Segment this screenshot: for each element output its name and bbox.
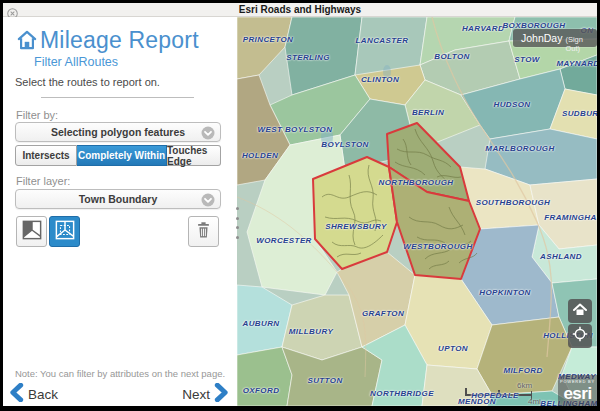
town-label: BOYLSTON <box>321 140 369 149</box>
scale-mi-label: 4mi <box>528 397 541 406</box>
intersects-button[interactable]: Intersects <box>15 145 77 166</box>
locate-button[interactable] <box>568 324 592 348</box>
filter-layer-dropdown[interactable]: Town Boundary <box>15 189 221 209</box>
town-label: HOPKINTON <box>479 288 530 297</box>
user-sign-out-button[interactable]: JohnDay (Sign Out) <box>513 29 597 47</box>
chevron-right-icon <box>214 383 229 406</box>
chevron-down-icon <box>201 126 215 140</box>
app-window: Esri Roads and Highways Mileage Report F… <box>0 0 600 411</box>
town-label: MENDON <box>458 397 496 406</box>
map-view[interactable]: PRINCETONSTERLINGLANCASTERCLINTONBOLTONH… <box>237 17 597 406</box>
note-text: Note: You can filter by attributes on th… <box>3 368 237 379</box>
town-label: MARLBOROUGH <box>485 144 554 153</box>
chevron-left-icon <box>9 383 24 406</box>
mileage-report-icon <box>17 29 37 51</box>
town-label: UPTON <box>438 344 468 353</box>
town-label: SUTTON <box>307 376 342 385</box>
polygon-select-icon <box>55 220 75 244</box>
town-label: OXFORD <box>243 386 280 395</box>
sign-out-label: (Sign Out) <box>565 35 589 53</box>
town-label: HARVARD <box>462 24 504 33</box>
scale-km-label: 6km <box>517 381 532 390</box>
filter-by-dropdown[interactable]: Selecting polygon features <box>15 122 221 142</box>
town-label: CLINTON <box>361 75 399 84</box>
town-label: GRAFTON <box>362 309 404 318</box>
town-label: BERLIN <box>412 108 444 117</box>
back-button[interactable]: Back <box>9 383 62 406</box>
clear-selection-button[interactable] <box>188 216 219 247</box>
filter-by-label: Filter by: <box>16 109 58 121</box>
polygon-partition-icon <box>22 220 42 244</box>
town-label: HUDSON <box>493 100 530 109</box>
town-label: PRINCETON <box>243 35 294 44</box>
home-button[interactable] <box>568 299 592 323</box>
filter-layer-label: Filter layer: <box>16 175 70 187</box>
close-icon[interactable] <box>7 5 18 16</box>
touches-edge-button[interactable]: Touches Edge <box>167 145 221 166</box>
town-label: BOLTON <box>434 52 469 61</box>
town-label: MILFORD <box>503 366 542 375</box>
town-label: HOLDEN <box>242 151 278 160</box>
divider <box>41 97 194 98</box>
page-title: Mileage Report <box>40 27 199 54</box>
next-label: Next <box>182 387 210 402</box>
select-by-polygon-tool-button[interactable] <box>49 216 80 247</box>
page-subtitle: Filter AllRoutes <box>34 55 118 69</box>
town-label: WORCESTER <box>256 236 312 245</box>
home-icon <box>573 302 587 320</box>
esri-brand-label: esri <box>558 384 597 404</box>
town-label: MILLBURY <box>289 327 333 336</box>
town-label: STERLING <box>286 53 330 62</box>
esri-logo: POWERED BY esri <box>558 375 597 406</box>
completely-within-button[interactable]: Completely Within <box>77 145 167 166</box>
next-button[interactable]: Next <box>178 383 229 406</box>
chevron-down-icon <box>201 193 215 207</box>
spatial-filter-segmented-control: Intersects Completely Within Touches Edg… <box>15 145 221 166</box>
town-label: SOUTHBOROUGH <box>476 198 551 207</box>
crosshair-icon <box>572 326 588 346</box>
town-label: SHREWSBURY <box>325 222 387 231</box>
window-title: Esri Roads and Highways <box>3 3 597 17</box>
trash-icon <box>195 220 212 243</box>
back-label: Back <box>28 387 58 402</box>
filter-layer-value: Town Boundary <box>79 193 158 205</box>
town-label: WEST BOYLSTON <box>258 125 333 134</box>
town-label: WESTBOROUGH <box>403 242 472 251</box>
panel-resize-handle[interactable] <box>233 207 241 239</box>
draw-polygon-tool-button[interactable] <box>16 216 47 247</box>
town-label: LANCASTER <box>356 36 409 45</box>
town-label: MAYNARD <box>556 59 597 68</box>
user-name: JohnDay <box>521 29 562 47</box>
town-label: FRAMINGHAM <box>544 213 597 222</box>
town-label: STOW <box>514 55 539 64</box>
filter-by-value: Selecting polygon features <box>51 126 185 138</box>
instruction-text: Select the routes to report on. <box>15 76 160 88</box>
town-label: NORTHBRIDGE <box>370 389 434 398</box>
window-titlebar: Esri Roads and Highways <box>3 3 597 17</box>
town-label: NORTHBOROUGH <box>379 178 454 187</box>
town-boundary-basemap[interactable] <box>237 17 597 406</box>
mileage-report-panel: Mileage Report Filter AllRoutes Select t… <box>3 17 237 406</box>
town-label: AUBURN <box>242 319 279 328</box>
town-label: SUDBURY <box>562 109 597 118</box>
town-label: ASHLAND <box>540 252 582 261</box>
